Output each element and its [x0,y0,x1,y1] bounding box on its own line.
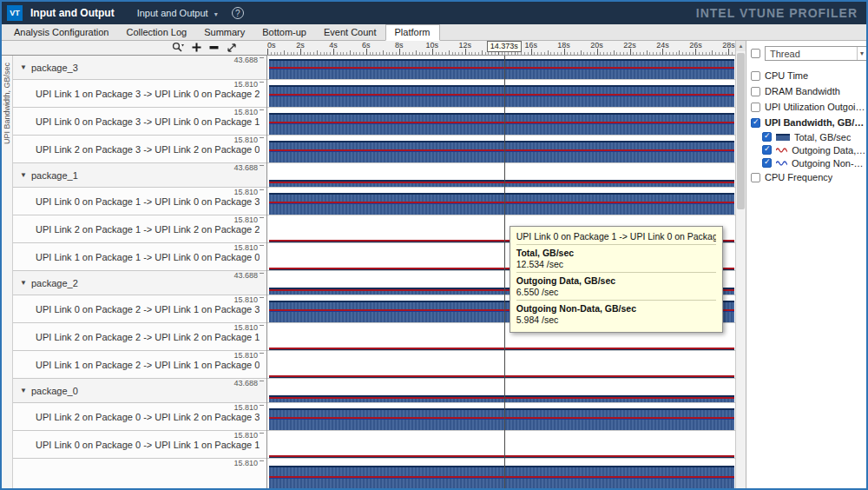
ruler-tick [581,50,582,55]
fit-view-icon[interactable] [227,43,237,53]
thread-filter-dropdown[interactable]: Thread ▾ [765,46,867,61]
row-label-link[interactable]: UPI Link 1 on Package 2 -> UPI Link 1 on… [13,351,266,379]
checkbox[interactable] [762,132,772,142]
row-label-link[interactable]: UPI Link 0 on Package 0 -> UPI Link 1 on… [13,431,266,459]
analysis-type-menu[interactable]: Input and Output ▾ [137,8,218,18]
legend-item-cpu-frequency[interactable]: CPU Frequency [751,169,867,185]
row-chart[interactable] [267,188,735,215]
collapse-icon[interactable]: ▼ [20,63,27,71]
row-title: UPI Link 2 on Package 1 -> UPI Link 2 on… [36,224,260,235]
ruler-tick [603,52,604,55]
ruler-tick [449,50,450,55]
collapse-icon[interactable]: ▼ [20,171,27,179]
vertical-scrollbar[interactable]: ▴ [735,41,746,488]
outgoing-data-line [269,348,734,349]
row-label-link[interactable]: UPI Link 0 on Package 2 -> UPI Link 1 on… [13,295,266,323]
row-label-link[interactable]: UPI Link 2 on Package 0 -> UPI Link 2 on… [13,403,266,431]
checkbox[interactable] [751,173,760,182]
timeline-chart-area[interactable]: UPI Link 0 on Package 1 -> UPI Link 0 on… [267,56,735,488]
help-icon[interactable]: ? [232,7,244,19]
ruler-tick [614,50,615,55]
row-scale-value: 43.688 [233,380,264,387]
ruler-tick [679,50,680,55]
row-chart[interactable] [267,80,735,108]
ruler-tick [653,52,654,55]
ruler-tick [271,52,272,55]
row-chart[interactable] [267,459,735,488]
row-chart[interactable] [267,351,735,379]
row-label-link[interactable]: UPI Link 1 on Package 3 -> UPI Link 0 on… [13,80,266,108]
legend-item-upi-utilization-outgoing[interactable]: UPI Utilization Outgoing... [751,99,867,115]
tab-event-count[interactable]: Event Count [315,25,385,40]
row-chart[interactable] [267,108,735,136]
row-label-link[interactable]: UPI Link 2 on Package 1 -> UPI Link 2 on… [13,215,266,243]
tab-collection-log[interactable]: Collection Log [117,25,195,40]
time-marker-label[interactable]: 14.373s [487,41,522,52]
time-ruler[interactable]: 0s2s4s6s8s10s12s16s18s20s22s24s26s28s14.… [267,41,735,55]
ruler-tick [673,52,674,55]
row-chart[interactable] [267,56,735,80]
row-label-package[interactable]: ▼package_143.688 [13,163,266,188]
legend-item-outgoing-data-gb[interactable]: Outgoing Data, GB/... [762,143,867,156]
legend-item-dram-bandwidth[interactable]: DRAM Bandwidth [751,83,867,99]
legend-item-outgoing-non-data[interactable]: Outgoing Non-Data,... [762,156,867,169]
tab-summary[interactable]: Summary [195,25,253,40]
ruler-tick [531,49,532,55]
row-label-link[interactable]: UPI Link 1 on Package 1 -> UPI Link 0 on… [13,243,266,271]
thread-filter-checkbox[interactable] [751,49,760,58]
row-chart[interactable] [267,136,735,163]
ruler-tick [293,52,294,55]
row-scale-value: 15.810 [233,136,264,144]
row-label-link[interactable]: UPI Link 0 on Package 3 -> UPI Link 0 on… [13,108,266,136]
checkbox[interactable] [762,145,772,155]
ruler-time-label: 6s [362,42,371,50]
row-label-link[interactable]: UPI Link 0 on Package 1 -> UPI Link 0 on… [13,188,266,215]
row-title: package_1 [31,170,78,181]
ruler-tick [343,52,344,55]
scrollbar-thumb[interactable] [737,53,745,209]
legend-item-cpu-time[interactable]: CPU Time [751,68,867,83]
ruler-time-label: 10s [426,42,439,50]
ruler-time-label: 22s [623,42,636,50]
row-chart[interactable] [267,431,735,459]
collapse-icon[interactable]: ▼ [20,279,27,287]
row-chart[interactable] [267,379,735,403]
time-marker-line[interactable] [504,56,505,488]
ruler-tick [554,52,555,55]
row-label-package[interactable]: ▼package_243.688 [13,271,266,295]
ruler-tick [561,52,562,55]
zoom-region-icon[interactable] [209,43,219,52]
checkbox[interactable] [751,87,760,96]
checkbox[interactable] [751,71,760,81]
tooltip-title: UPI Link 0 on Package 1 -> UPI Link 0 on… [516,231,716,244]
ruler-tick [485,52,486,55]
wave-blue-icon [776,159,787,167]
row-label-link[interactable]: 15.810 [13,459,266,488]
tab-bottom-up[interactable]: Bottom-up [253,25,315,40]
ruler-tick [412,52,413,55]
scroll-up-icon[interactable]: ▴ [736,41,746,51]
zoom-select-icon[interactable] [172,42,184,53]
checkbox[interactable] [762,158,772,168]
checkbox[interactable] [751,103,760,112]
row-label-link[interactable]: UPI Link 2 on Package 2 -> UPI Link 2 on… [13,323,266,351]
tab-analysis-configuration[interactable]: Analysis Configuration [5,25,117,40]
tab-platform[interactable]: Platform [385,24,440,41]
collapse-icon[interactable]: ▼ [20,387,27,394]
row-scale-value: 43.688 [233,56,264,64]
row-chart[interactable] [267,403,735,431]
legend-item-upi-bandwidth-gb-sec[interactable]: UPI Bandwidth, GB/sec [751,115,867,130]
axis-strip: UPI Bandwidth, GB/sec [2,56,13,488]
ruler-tick [297,52,298,55]
row-label-link[interactable]: UPI Link 2 on Package 3 -> UPI Link 2 on… [13,136,266,163]
thread-filter-row: Thread ▾ [751,46,867,61]
row-chart[interactable] [267,163,735,188]
row-label-package[interactable]: ▼package_043.688 [13,379,266,403]
legend-item-total-gb-sec[interactable]: Total, GB/sec [762,130,867,143]
checkbox[interactable] [751,118,760,128]
ruler-tick [597,49,598,55]
ruler-tick [715,52,716,55]
ruler-time-label: 26s [689,42,702,50]
row-label-package[interactable]: ▼package_343.688 [13,56,266,80]
pan-icon[interactable] [192,43,201,52]
